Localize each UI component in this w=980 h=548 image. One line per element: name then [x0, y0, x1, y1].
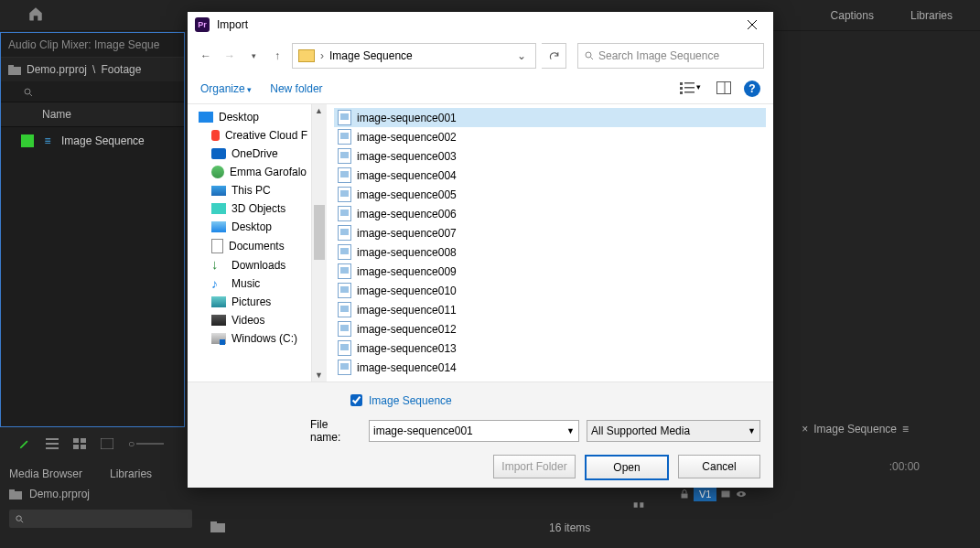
- toggle-output-icon[interactable]: [720, 489, 731, 500]
- project-breadcrumb[interactable]: Demo.prproj\Footage: [1, 58, 184, 81]
- breadcrumb-folder: Footage: [101, 63, 141, 76]
- scroll-thumb[interactable]: [314, 205, 325, 260]
- file-item[interactable]: image-sequence005: [334, 185, 766, 204]
- tree-music[interactable]: ♪Music: [188, 274, 311, 293]
- close-tab-icon[interactable]: ×: [802, 423, 808, 435]
- tree-downloads[interactable]: ↓Downloads: [188, 256, 311, 274]
- svg-line-15: [21, 520, 23, 521]
- recent-dropdown[interactable]: ▾: [244, 47, 263, 65]
- svg-rect-16: [210, 523, 225, 532]
- chevron-down-icon[interactable]: ▼: [748, 426, 756, 435]
- up-button[interactable]: ↑: [268, 47, 286, 65]
- new-folder-button[interactable]: New folder: [270, 82, 322, 95]
- track-header-v1[interactable]: V1: [679, 487, 748, 501]
- file-item[interactable]: image-sequence004: [334, 166, 766, 185]
- file-item[interactable]: image-sequence014: [334, 358, 766, 377]
- search-input[interactable]: Search Image Sequence: [577, 43, 764, 69]
- help-icon[interactable]: ?: [744, 81, 760, 97]
- tab-menu-icon[interactable]: ≡: [902, 423, 909, 435]
- tree-scrollbar[interactable]: ▲ ▼: [312, 104, 327, 381]
- file-list[interactable]: image-sequence001image-sequence002image-…: [327, 104, 773, 381]
- filetype-combo[interactable]: All Supported Media ▼: [587, 420, 760, 442]
- new-bin-icon[interactable]: [210, 521, 225, 535]
- tab-libraries2[interactable]: Libraries: [110, 467, 152, 480]
- back-button[interactable]: ←: [197, 47, 215, 65]
- list-view-icon[interactable]: [46, 438, 59, 449]
- lock-icon[interactable]: [679, 489, 690, 500]
- tab-media-browser[interactable]: Media Browser: [9, 467, 82, 480]
- ripple-tool-icon[interactable]: [631, 498, 646, 512]
- cancel-button[interactable]: Cancel: [678, 455, 760, 478]
- home-icon[interactable]: [27, 5, 44, 22]
- tree-desktop2[interactable]: Desktop: [188, 218, 311, 236]
- file-item[interactable]: image-sequence001: [334, 108, 766, 127]
- filename-value: image-sequence001: [373, 424, 473, 437]
- tab-libraries[interactable]: Libraries: [910, 9, 953, 22]
- column-name[interactable]: Name: [1, 102, 184, 127]
- preview-pane-toggle[interactable]: [716, 81, 731, 97]
- track-label-v1[interactable]: V1: [694, 487, 716, 501]
- view-toggle[interactable]: ▾: [677, 80, 704, 98]
- file-item[interactable]: image-sequence006: [334, 204, 766, 223]
- project-search[interactable]: [1, 81, 184, 102]
- tree-this-pc[interactable]: This PC: [188, 181, 311, 199]
- tree-creative-cloud[interactable]: Creative Cloud F: [188, 126, 311, 145]
- file-item[interactable]: image-sequence013: [334, 338, 766, 358]
- tree-desktop[interactable]: Desktop: [188, 108, 311, 126]
- file-item[interactable]: image-sequence002: [334, 127, 766, 146]
- eye-icon[interactable]: [735, 489, 748, 500]
- svg-rect-6: [46, 447, 59, 449]
- refresh-button[interactable]: [542, 43, 566, 69]
- filename-combo[interactable]: image-sequence001 ▼: [369, 420, 579, 442]
- file-item[interactable]: image-sequence003: [334, 146, 766, 166]
- image-file-icon: [338, 148, 351, 164]
- tab-captions[interactable]: Captions: [831, 9, 874, 22]
- folder-icon: [9, 489, 22, 500]
- image-file-icon: [338, 206, 351, 221]
- bin-item-image-sequence[interactable]: ≡ Image Sequence: [1, 127, 184, 155]
- svg-rect-1: [8, 65, 14, 68]
- project-filename[interactable]: Demo.prproj: [29, 488, 90, 500]
- path-box[interactable]: › Image Sequence ⌄: [292, 43, 536, 69]
- svg-rect-13: [9, 489, 15, 492]
- file-item[interactable]: image-sequence007: [334, 223, 766, 242]
- path-dropdown[interactable]: ⌄: [513, 49, 530, 62]
- dialog-footer: Image Sequence File name: image-sequence…: [188, 381, 773, 488]
- tree-drive-c[interactable]: Windows (C:): [188, 329, 311, 348]
- file-name: image-sequence007: [357, 227, 457, 240]
- thumbnail-view-icon[interactable]: [73, 438, 86, 449]
- open-button[interactable]: Open: [585, 455, 669, 480]
- timeline-tab[interactable]: Image Sequence: [813, 423, 897, 435]
- folder-tree[interactable]: Desktop Creative Cloud F OneDrive Emma G…: [188, 104, 312, 381]
- file-item[interactable]: image-sequence012: [334, 319, 766, 338]
- path-current[interactable]: Image Sequence: [329, 49, 413, 62]
- image-sequence-checkbox[interactable]: [350, 394, 362, 406]
- organize-menu[interactable]: Organize: [200, 82, 252, 95]
- zoom-slider[interactable]: ○: [128, 437, 164, 450]
- scroll-down-icon[interactable]: ▼: [315, 371, 323, 380]
- file-item[interactable]: image-sequence010: [334, 281, 766, 300]
- file-item[interactable]: image-sequence009: [334, 262, 766, 281]
- scroll-up-icon[interactable]: ▲: [315, 106, 323, 115]
- pencil-icon[interactable]: [18, 437, 31, 450]
- svg-line-26: [591, 58, 594, 60]
- svg-rect-4: [46, 438, 59, 440]
- close-button[interactable]: [738, 16, 766, 34]
- chevron-down-icon[interactable]: ▼: [566, 426, 575, 435]
- freeform-view-icon[interactable]: [101, 438, 113, 449]
- file-item[interactable]: image-sequence011: [334, 300, 766, 319]
- tree-documents[interactable]: Documents: [188, 236, 311, 256]
- tree-onedrive[interactable]: OneDrive: [188, 145, 311, 163]
- tree-user[interactable]: Emma Garofalo: [188, 163, 311, 181]
- tree-3d-objects[interactable]: 3D Objects: [188, 199, 311, 218]
- media-browser-search[interactable]: [9, 510, 192, 528]
- tree-videos[interactable]: Videos: [188, 311, 311, 329]
- svg-rect-33: [717, 81, 731, 93]
- image-file-icon: [338, 263, 351, 279]
- file-name: image-sequence004: [357, 169, 457, 182]
- file-item[interactable]: image-sequence008: [334, 242, 766, 262]
- image-sequence-label[interactable]: Image Sequence: [369, 394, 452, 407]
- tree-pictures[interactable]: Pictures: [188, 293, 311, 311]
- forward-button: →: [221, 47, 239, 65]
- svg-rect-17: [210, 521, 217, 524]
